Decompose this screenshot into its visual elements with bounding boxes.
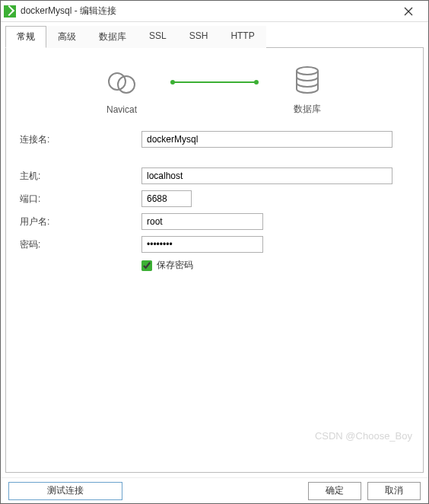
tab-database[interactable]: 数据库 <box>87 26 138 48</box>
tab-ssl[interactable]: SSL <box>138 26 178 48</box>
save-password-label: 保存密码 <box>157 259 193 272</box>
port-input[interactable] <box>141 190 192 207</box>
database-icon <box>292 65 323 98</box>
connection-name-label: 连接名: <box>20 133 141 146</box>
host-input[interactable] <box>141 167 392 184</box>
port-label: 端口: <box>20 193 141 206</box>
host-label: 主机: <box>20 170 141 183</box>
ok-button[interactable]: 确定 <box>308 482 361 500</box>
diagram-right-label: 数据库 <box>294 103 321 116</box>
password-label: 密码: <box>20 238 141 251</box>
dialog-window: dockerMysql - 编辑连接 常规 高级 数据库 SSL SSH HTT… <box>0 0 429 504</box>
tab-advanced[interactable]: 高级 <box>46 26 87 48</box>
tab-ssh[interactable]: SSH <box>178 26 220 48</box>
tab-http[interactable]: HTTP <box>219 26 265 48</box>
close-button[interactable] <box>393 2 424 21</box>
titlebar: dockerMysql - 编辑连接 <box>1 1 428 22</box>
connector-line <box>173 81 256 83</box>
close-icon <box>404 7 413 16</box>
cancel-button[interactable]: 取消 <box>367 482 421 500</box>
tabs: 常规 高级 数据库 SSL SSH HTTP <box>1 22 428 47</box>
user-input[interactable] <box>141 213 263 230</box>
password-input[interactable] <box>141 236 263 253</box>
footer: 测试连接 确定 取消 <box>1 477 428 503</box>
content-panel: Navicat 数据库 连接名: 主机: <box>5 48 424 473</box>
svg-point-3 <box>118 76 135 93</box>
user-label: 用户名: <box>20 215 141 228</box>
connection-diagram: Navicat 数据库 <box>20 65 409 116</box>
diagram-left-label: Navicat <box>106 104 137 115</box>
test-connection-button[interactable]: 测试连接 <box>8 482 122 500</box>
svg-point-2 <box>109 73 126 90</box>
watermark: CSDN @Choose_Boy <box>315 430 412 442</box>
connection-name-input[interactable] <box>141 131 392 148</box>
tab-general[interactable]: 常规 <box>5 26 46 48</box>
save-password-checkbox[interactable] <box>141 260 152 271</box>
app-icon <box>4 5 16 18</box>
form: 连接名: 主机: 端口: 用户名: 密码: 保存密码 <box>20 131 409 272</box>
navicat-icon <box>105 66 138 100</box>
svg-point-4 <box>297 67 318 75</box>
window-title: dockerMysql - 编辑连接 <box>21 5 116 18</box>
